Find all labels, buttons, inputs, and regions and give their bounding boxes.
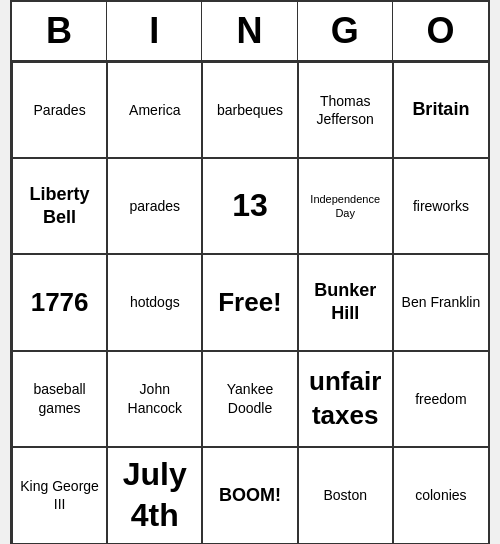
cell-text: Free!: [218, 286, 282, 320]
cell-r3-c4: freedom: [393, 351, 488, 447]
cell-r1-c4: fireworks: [393, 158, 488, 254]
cell-text: freedom: [415, 390, 466, 408]
cell-r2-c1: hotdogs: [107, 254, 202, 350]
cell-text: Bunker Hill: [305, 279, 386, 326]
header-letter: B: [12, 2, 107, 60]
cell-text: Boston: [323, 486, 367, 504]
cell-text: Independence Day: [305, 192, 386, 221]
cell-text: fireworks: [413, 197, 469, 215]
cell-r1-c0: Liberty Bell: [12, 158, 107, 254]
cell-text: baseball games: [19, 380, 100, 416]
cell-text: Liberty Bell: [19, 183, 100, 230]
cell-text: America: [129, 101, 180, 119]
cell-r0-c1: America: [107, 62, 202, 158]
cell-r1-c3: Independence Day: [298, 158, 393, 254]
cell-text: Britain: [412, 98, 469, 121]
header-letter: I: [107, 2, 202, 60]
cell-text: BOOM!: [219, 484, 281, 507]
cell-text: hotdogs: [130, 293, 180, 311]
header-letter: N: [202, 2, 297, 60]
cell-text: July 4th: [114, 454, 195, 537]
cell-r2-c0: 1776: [12, 254, 107, 350]
cell-text: parades: [129, 197, 180, 215]
cell-text: 13: [232, 185, 268, 227]
cell-r1-c1: parades: [107, 158, 202, 254]
header-letter: G: [298, 2, 393, 60]
cell-r0-c2: barbeques: [202, 62, 297, 158]
bingo-card: BINGO ParadesAmericabarbequesThomas Jeff…: [10, 0, 490, 544]
cell-r4-c4: colonies: [393, 447, 488, 543]
cell-r3-c1: John Hancock: [107, 351, 202, 447]
cell-r4-c2: BOOM!: [202, 447, 297, 543]
cell-r2-c3: Bunker Hill: [298, 254, 393, 350]
cell-text: Parades: [34, 101, 86, 119]
bingo-header: BINGO: [12, 2, 488, 62]
cell-text: Yankee Doodle: [209, 380, 290, 416]
header-letter: O: [393, 2, 488, 60]
cell-r3-c3: unfair taxes: [298, 351, 393, 447]
cell-r4-c1: July 4th: [107, 447, 202, 543]
cell-r0-c3: Thomas Jefferson: [298, 62, 393, 158]
cell-text: King George III: [19, 477, 100, 513]
cell-r2-c2: Free!: [202, 254, 297, 350]
cell-r4-c0: King George III: [12, 447, 107, 543]
cell-r4-c3: Boston: [298, 447, 393, 543]
cell-r0-c4: Britain: [393, 62, 488, 158]
cell-r2-c4: Ben Franklin: [393, 254, 488, 350]
cell-r3-c0: baseball games: [12, 351, 107, 447]
cell-r0-c0: Parades: [12, 62, 107, 158]
cell-text: Thomas Jefferson: [305, 92, 386, 128]
cell-text: unfair taxes: [305, 365, 386, 433]
cell-text: 1776: [31, 286, 89, 320]
bingo-grid: ParadesAmericabarbequesThomas JeffersonB…: [12, 62, 488, 543]
cell-r3-c2: Yankee Doodle: [202, 351, 297, 447]
cell-text: Ben Franklin: [402, 293, 481, 311]
cell-text: colonies: [415, 486, 466, 504]
cell-r1-c2: 13: [202, 158, 297, 254]
cell-text: John Hancock: [114, 380, 195, 416]
cell-text: barbeques: [217, 101, 283, 119]
